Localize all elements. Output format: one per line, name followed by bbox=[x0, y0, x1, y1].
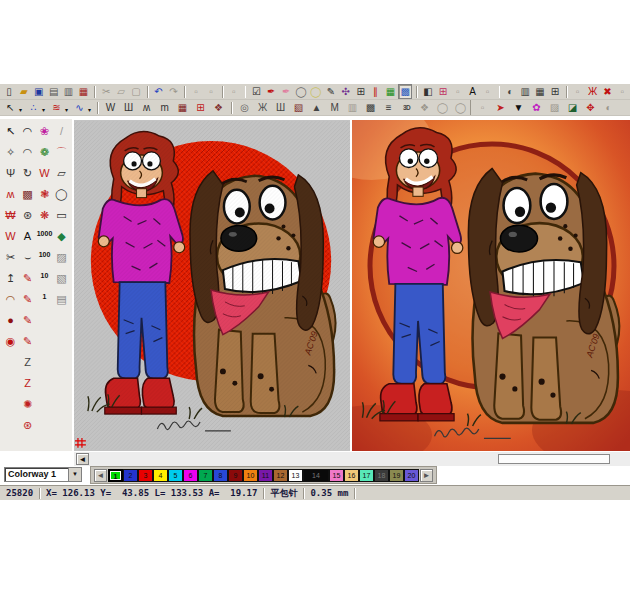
thread-swatch-10[interactable]: 10 bbox=[243, 469, 258, 482]
scale-1000-tool[interactable]: 1000 bbox=[36, 227, 53, 246]
diag-block-tool[interactable]: ▧ bbox=[53, 269, 70, 288]
curve-input-button[interactable]: ∿ bbox=[71, 100, 88, 115]
shade-block-tool[interactable]: ▨ bbox=[53, 248, 70, 267]
thread-swatch-1[interactable]: 1 bbox=[108, 469, 123, 482]
lettering-a-tool[interactable]: A bbox=[19, 227, 36, 246]
thread-swatch-19[interactable]: 19 bbox=[389, 469, 404, 482]
scale-10-tool[interactable]: 10 bbox=[36, 269, 53, 288]
pencil-run4-tool[interactable]: ✎ bbox=[19, 332, 36, 351]
knife-button[interactable]: ✎ bbox=[324, 84, 338, 99]
export-button[interactable]: ◪ bbox=[564, 100, 581, 115]
pencil-run3-tool[interactable]: ✎ bbox=[19, 311, 36, 330]
zigzag-z-red-tool[interactable]: Z bbox=[19, 374, 36, 393]
palette-scroll-left-icon[interactable]: ◄ bbox=[94, 469, 107, 482]
pointer-tool[interactable]: ↖ bbox=[2, 122, 19, 141]
circle-stamp-button[interactable]: ◐ bbox=[503, 84, 517, 99]
flower-motif-button[interactable]: ✿ bbox=[528, 100, 545, 115]
pencil-run2-tool[interactable]: ✎ bbox=[19, 290, 36, 309]
gear-pair-tool[interactable]: ✺ bbox=[19, 395, 36, 414]
select-pointer-button[interactable]: ↖ bbox=[2, 100, 19, 115]
pattern-fill-button[interactable]: ▩ bbox=[362, 100, 379, 115]
arch-tool-tool[interactable]: ◠ bbox=[19, 122, 36, 141]
satin-qc-tool[interactable]: W bbox=[2, 227, 19, 246]
satin-narrow-button[interactable]: W bbox=[102, 100, 119, 115]
color-graph-button[interactable]: ▦ bbox=[383, 84, 397, 99]
branch-tool-tool[interactable]: Ψ bbox=[2, 164, 19, 183]
input-points-button[interactable]: ∴ bbox=[25, 100, 42, 115]
stitch-list-dropdown-icon[interactable]: ▾ bbox=[65, 106, 68, 113]
thread-swatch-18[interactable]: 18 bbox=[374, 469, 389, 482]
sprout-tool-tool[interactable]: ❋ bbox=[36, 206, 53, 225]
print-preview-button[interactable]: ▥ bbox=[62, 84, 76, 99]
embroidery-canvas[interactable]: AC'09 bbox=[74, 120, 350, 451]
scale-1-tool[interactable]: 1 bbox=[36, 290, 53, 309]
select-pointer-dropdown-icon[interactable]: ▾ bbox=[19, 106, 22, 113]
recolor-button[interactable]: Ж bbox=[586, 84, 600, 99]
gear-single-tool[interactable]: ⊛ bbox=[19, 416, 36, 435]
thread-swatch-7[interactable]: 7 bbox=[198, 469, 213, 482]
lift-tool-tool[interactable]: ↥ bbox=[2, 269, 19, 288]
print-button[interactable]: ▤ bbox=[47, 84, 61, 99]
drop-tool-tool[interactable]: ◆ bbox=[53, 227, 70, 246]
select-check-button[interactable]: ☑ bbox=[249, 84, 263, 99]
send-to-machine-button[interactable]: ▦ bbox=[76, 84, 90, 99]
dark-ellipse-tool[interactable]: ● bbox=[2, 311, 19, 330]
circle-selected-tool[interactable]: ◉ bbox=[2, 332, 19, 351]
tatami-a-button[interactable]: ▦ bbox=[174, 100, 191, 115]
pattern-block-tool[interactable]: ▩ bbox=[19, 185, 36, 204]
scrollbar-track[interactable] bbox=[498, 454, 610, 464]
bitmap-artwork-canvas[interactable]: AC'09 bbox=[352, 120, 630, 451]
rotate-tool-tool[interactable]: ↻ bbox=[19, 164, 36, 183]
save-design-button[interactable]: ▣ bbox=[32, 84, 46, 99]
column-stitch-button[interactable]: Ш bbox=[272, 100, 289, 115]
dome-tool-tool[interactable]: ◠ bbox=[19, 143, 36, 162]
arc-tool-tool[interactable]: ⌒ bbox=[53, 143, 70, 162]
stitch-w-tool[interactable]: ₩ bbox=[2, 206, 19, 225]
thread-swatch-13[interactable]: 13 bbox=[288, 469, 303, 482]
scroll-left-icon[interactable]: ◄ bbox=[76, 453, 89, 465]
satin-slant-button[interactable]: ʍ bbox=[138, 100, 155, 115]
pin-button[interactable]: ➤ bbox=[492, 100, 509, 115]
satin-column-button[interactable]: m bbox=[156, 100, 173, 115]
list-block-tool[interactable]: ▤ bbox=[53, 290, 70, 309]
curve-input-dropdown-icon[interactable]: ▾ bbox=[88, 106, 91, 113]
needle-button[interactable]: ✣ bbox=[339, 84, 353, 99]
ellipse-shape-tool[interactable]: ◯ bbox=[53, 185, 70, 204]
thread-swatch-5[interactable]: 5 bbox=[168, 469, 183, 482]
pencil-run-tool[interactable]: ✎ bbox=[19, 269, 36, 288]
plant-tool-tool[interactable]: ❁ bbox=[36, 143, 53, 162]
thread-swatch-20[interactable]: 20 bbox=[404, 469, 419, 482]
stack-front-button[interactable]: ▥ bbox=[518, 84, 532, 99]
motif-fill-button[interactable]: ❖ bbox=[210, 100, 227, 115]
thread-swatch-6[interactable]: 6 bbox=[183, 469, 198, 482]
density-button[interactable]: ≡ bbox=[380, 100, 397, 115]
thread-swatch-17[interactable]: 17 bbox=[359, 469, 374, 482]
bridge-tool-tool[interactable]: ⌣ bbox=[19, 248, 36, 267]
star-select-tool[interactable]: ✧ bbox=[2, 143, 19, 162]
chevron-down-icon[interactable]: ▼ bbox=[68, 468, 81, 481]
flag-shape-tool[interactable]: ▱ bbox=[53, 164, 70, 183]
ellipse-soft-button[interactable]: ◯ bbox=[309, 84, 323, 99]
open-design-button[interactable]: ▰ bbox=[17, 84, 31, 99]
palette-scroll-right-icon[interactable]: ► bbox=[420, 469, 433, 482]
thread-swatch-9[interactable]: 9 bbox=[228, 469, 243, 482]
input-points-dropdown-icon[interactable]: ▾ bbox=[42, 106, 45, 113]
globe-tool-tool[interactable]: ⊛ bbox=[19, 206, 36, 225]
zigzag-z-tool[interactable]: Z bbox=[19, 353, 36, 372]
scale-100-tool[interactable]: 100 bbox=[36, 248, 53, 267]
applique-button[interactable]: ▧ bbox=[290, 100, 307, 115]
thread-swatch-14[interactable]: 14 bbox=[303, 469, 329, 482]
zigzag-stitch-button[interactable]: Ж bbox=[254, 100, 271, 115]
double-run-button[interactable]: ∥ bbox=[369, 84, 383, 99]
three-d-effect-button[interactable]: 3D bbox=[398, 100, 415, 115]
thread-swatch-2[interactable]: 2 bbox=[123, 469, 138, 482]
ellipse-outline-button[interactable]: ◯ bbox=[294, 84, 308, 99]
tack-down-button[interactable]: ▼ bbox=[510, 100, 527, 115]
thread-swatch-4[interactable]: 4 bbox=[153, 469, 168, 482]
flower-tool-tool[interactable]: ❀ bbox=[36, 122, 53, 141]
run-stitch-button[interactable]: ✒ bbox=[264, 84, 278, 99]
hatch-lines-tool[interactable]: / bbox=[53, 122, 70, 141]
triple-run-button[interactable]: ✒ bbox=[279, 84, 293, 99]
thread-swatch-3[interactable]: 3 bbox=[138, 469, 153, 482]
team-names-button[interactable]: ✥ bbox=[582, 100, 599, 115]
